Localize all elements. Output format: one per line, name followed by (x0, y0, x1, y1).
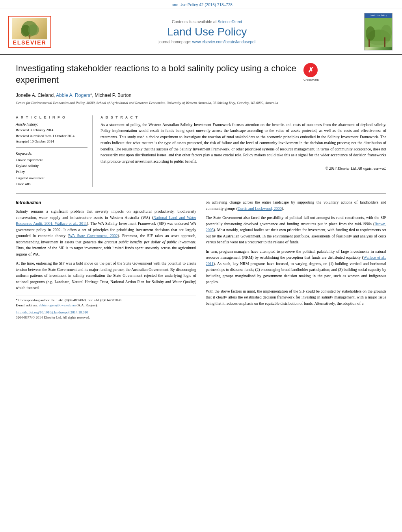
footnote-star: * Corresponding author. Tel.: +61 (0)8 6… (16, 298, 196, 303)
article-title: Investigating stakeholder reactions to a… (16, 63, 300, 85)
sciencedirect-line: Contents lists available at ScienceDirec… (51, 20, 363, 24)
top-citation-bar: Land Use Policy 42 (2015) 718–728 (0, 0, 402, 9)
svg-point-2 (28, 24, 39, 35)
email-label: E-mail address: (16, 303, 39, 307)
doi-link[interactable]: http://dx.doi.org/10.1016/j.landusepol.2… (16, 310, 88, 314)
homepage-line: journal homepage: www.elsevier.com/locat… (51, 40, 363, 44)
title-row: Investigating stakeholder reactions to a… (16, 63, 386, 89)
citation-text: Land Use Policy 42 (2015) 718–728 (169, 3, 233, 7)
ref-wastate[interactable]: WA State Government, 2002 (69, 234, 118, 238)
thumb-landscape (365, 18, 392, 47)
body-left-col: Introduction Salinity remains a signific… (16, 199, 196, 321)
body-right-col: on achieving change across the entire la… (206, 199, 386, 321)
author-burton: Michael P. Burton (95, 93, 131, 98)
elsevier-box: ELSEVIER (8, 16, 51, 48)
elsevier-tree-image (12, 18, 47, 39)
issn-line: 0264-8377/© 2014 Elsevier Ltd. All right… (16, 315, 196, 321)
kw-1: Choice experiment (16, 157, 87, 163)
affiliation: Centre for Environmental Economics and P… (16, 100, 386, 106)
thumb-title-text: Land Use Policy (370, 14, 387, 17)
journal-title: Land Use Policy (51, 26, 363, 38)
kw-3: Policy (16, 169, 87, 175)
ref-wallace[interactable]: Wallace et al., 2011 (206, 255, 386, 266)
article-info-col: A R T I C L E I N F O Article history: R… (16, 115, 93, 187)
right-para-4: With the above factors in mind, the impl… (206, 288, 386, 307)
kw-2: Dryland salinity (16, 163, 87, 169)
homepage-link[interactable]: www.elsevier.com/locate/landusepol (192, 40, 255, 44)
body-text: Introduction Salinity remains a signific… (16, 199, 386, 321)
crossmark-label: CrossMark (303, 78, 319, 82)
homepage-prefix: journal homepage: (158, 40, 192, 44)
author-cleland: Jonelle A. Cleland, (16, 93, 56, 98)
history-label: Article history: (16, 122, 87, 127)
intro-para-1: Salinity remains a significant problem t… (16, 208, 196, 257)
article-history: Article history: Received 3 February 201… (16, 122, 87, 148)
page: Land Use Policy 42 (2015) 718–728 ELSEVI… (0, 0, 402, 532)
ref-nland[interactable]: National Land and Water Resources Audit,… (16, 215, 196, 226)
info-abstract-section: A R T I C L E I N F O Article history: R… (16, 112, 386, 187)
right-para-3: In turn, program managers have attempted… (206, 248, 386, 285)
crossmark-container: ✗ CrossMark (303, 63, 319, 82)
email-suffix: (A.A. Rogers). (76, 303, 98, 307)
doi-line: http://dx.doi.org/10.1016/j.landusepol.2… (16, 310, 196, 315)
right-para-1: on achieving change across the entire la… (206, 199, 386, 211)
article-content: Investigating stakeholder reactions to a… (0, 55, 402, 328)
ref-curtis[interactable]: Curtis and Lockwood, 2000 (238, 206, 282, 211)
email-link[interactable]: abbie.rogers@uwa.edu.au (39, 303, 76, 307)
right-para-2: The State Government also faced the poss… (206, 215, 386, 245)
author-rogers[interactable]: Abbie A. Rogers (56, 93, 90, 98)
abstract-text: As a statement of policy, the Western Au… (100, 122, 386, 165)
sciencedirect-prefix: Contents lists available at (172, 20, 218, 24)
journal-center: Contents lists available at ScienceDirec… (51, 20, 363, 44)
keywords-label: Keywords: (16, 151, 87, 157)
abstract-label: A B S T R A C T (100, 115, 386, 119)
keywords-section: Keywords: Choice experiment Dryland sali… (16, 151, 87, 187)
svg-rect-3 (29, 35, 30, 39)
author-rogers-star: *, (90, 93, 95, 98)
svg-rect-9 (368, 39, 370, 47)
revised-date: Received in revised form 1 October 2014 (16, 133, 87, 139)
authors-line: Jonelle A. Cleland, Abbie A. Rogers*, Mi… (16, 93, 386, 98)
thumb-title: Land Use Policy (365, 13, 392, 18)
kw-4: Targeted investment (16, 175, 87, 181)
journal-header: ELSEVIER Contents lists available at Sci… (0, 9, 402, 55)
italic-phrase: greatest public benefits per dollar of p… (104, 240, 195, 244)
svg-rect-10 (384, 37, 385, 47)
crossmark-icon: ✗ (303, 63, 318, 77)
article-info-label: A R T I C L E I N F O (16, 115, 87, 119)
introduction-heading: Introduction (16, 199, 196, 206)
footnote-email: E-mail address: abbie.rogers@uwa.edu.au … (16, 303, 196, 308)
copyright: © 2014 Elsevier Ltd. All rights reserved… (100, 167, 386, 171)
received-date: Received 3 February 2014 (16, 127, 87, 133)
sciencedirect-link[interactable]: ScienceDirect (218, 20, 242, 24)
journal-thumbnail: Land Use Policy (363, 13, 394, 50)
intro-para-2: At the time, endorsing the SIF was a bol… (16, 260, 196, 291)
svg-point-7 (381, 25, 392, 41)
journal-cover-image: Land Use Policy (364, 13, 393, 50)
svg-point-6 (366, 26, 375, 41)
body-divider (16, 193, 386, 194)
accepted-date: Accepted 10 October 2014 (16, 139, 87, 144)
footnote-area: * Corresponding author. Tel.: +61 (0)8 6… (16, 295, 196, 321)
ref-brown[interactable]: Brown, 2005 (206, 222, 386, 232)
elsevier-logo: ELSEVIER (8, 16, 51, 48)
elsevier-wordmark: ELSEVIER (13, 39, 46, 46)
abstract-col: A B S T R A C T As a statement of policy… (100, 115, 386, 187)
kw-5: Trade-offs (16, 181, 87, 187)
